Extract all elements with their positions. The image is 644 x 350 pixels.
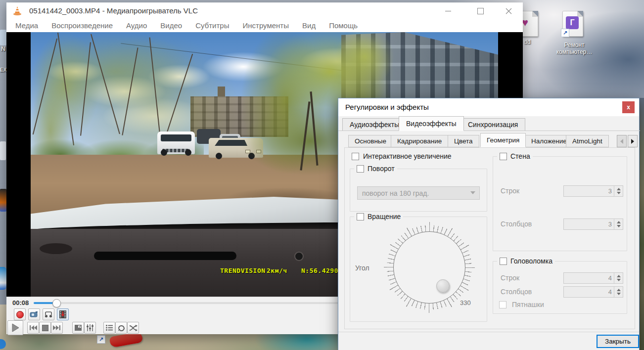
vlc-titlebar[interactable]: 05141442_0003.MP4 - Медиапроигрыватель V… [6,2,523,19]
loop-button[interactable] [115,322,127,334]
tab-synchronization[interactable]: Синхронизация [460,118,525,131]
interactive-zoom-checkbox[interactable] [352,153,359,160]
subtab-atmolight[interactable]: AtmoLight [566,135,609,147]
minimize-button[interactable] [441,5,456,16]
dialog-close-button[interactable]: Закрыть [597,335,639,348]
loop-ab-icon [44,310,53,318]
snapshot-camera-icon [30,310,39,318]
wall-cols-spinner[interactable]: 3 [563,219,623,230]
rotate-group: Поворот поворот на 180 град. [350,169,487,212]
playlist-button[interactable] [103,322,115,334]
elapsed-time: 00:08 [12,299,29,306]
fullscreen-button[interactable] [72,322,84,334]
fifteen-puzzle-label: Пятнашки [512,301,544,308]
desktop-icon-red-ribbon[interactable] [94,332,148,350]
seek-handle[interactable] [52,299,61,307]
window-title: 05141442_0003.MP4 - Медиапроигрыватель V… [29,6,198,15]
loop-ab-button[interactable] [43,308,54,320]
previous-button[interactable] [27,322,39,334]
scroll-right-icon [631,139,635,144]
puzzle-cols-spinner[interactable]: 4 [563,286,623,298]
tab-video-effects[interactable]: Видеоэффекты [399,116,464,131]
playlist-icon [105,324,113,331]
scroll-left-icon [620,139,624,144]
next-button[interactable] [51,322,63,334]
angle-value: 330 [460,299,471,306]
rotate-preset-value: поворот на 180 град. [362,189,429,197]
menu-media[interactable]: Медиа [15,21,38,30]
angle-label: Угол [355,264,369,272]
maximize-button[interactable] [473,5,488,16]
subtab-basic[interactable]: Основные [348,135,393,147]
desktop-edge-icon-fragment[interactable] [0,267,6,290]
stop-icon [42,325,48,331]
shortcut-arrow-icon [561,29,569,37]
subtab-geometry[interactable]: Геометрия [480,133,526,147]
wall-cols-value: 3 [608,220,612,228]
menu-playback[interactable]: Воспроизведение [51,21,113,30]
menu-tools[interactable]: Инструменты [242,21,289,30]
play-button[interactable] [7,320,23,335]
record-button[interactable] [14,308,26,320]
vlc-cone-icon [12,6,22,16]
dialog-footer-divider [338,332,639,332]
rotate-checkbox[interactable] [357,165,364,173]
angle-dial-face[interactable] [393,231,465,304]
wall-group: Стена Строк 3 Столбцов 3 [493,156,627,251]
scene-dash-speaker [40,243,72,254]
menu-audio[interactable]: Аудио [126,21,147,30]
puzzle-rows-label: Строк [501,274,519,282]
frame-by-frame-button[interactable] [57,308,69,320]
desktop-edge-icon-fragment[interactable] [0,189,6,212]
menu-view[interactable]: Вид [302,21,316,30]
menu-help[interactable]: Помощь [329,21,358,30]
snapshot-button[interactable] [28,308,40,320]
desktop-edge-icon-fragment[interactable] [0,30,6,45]
spinner-arrows[interactable] [614,273,623,283]
subtab-scroll-right-button[interactable] [628,135,638,147]
rotate-preset-select[interactable]: поворот на 180 град. [357,186,480,200]
puzzle-rows-value: 4 [608,274,612,282]
shortcut-arrow-icon [97,335,105,344]
dashcam-speed-overlay: 2км/ч [267,267,287,274]
desktop-icon-label: Ремонт компьютер… [547,42,601,55]
spinner-arrows[interactable] [614,219,623,229]
spinner-arrows[interactable] [614,186,623,196]
minimize-icon [445,11,451,11]
effects-button[interactable] [84,322,96,334]
subtab-scroll-left-button[interactable] [617,135,627,147]
shuffle-button[interactable] [127,322,139,334]
desktop-edge-icon-fragment[interactable] [0,141,6,160]
subtab-colors[interactable]: Цвета [448,135,479,147]
frame-step-icon [59,310,67,319]
wall-rows-label: Строк [501,187,519,195]
spinner-arrows[interactable] [614,287,623,297]
rotation-checkbox[interactable] [357,213,364,220]
dashcam-brand-overlay: TRENDVISION [220,267,266,274]
screen: N EX dd Ремонт компьютер… [0,0,644,350]
effects-dialog-close-button[interactable]: x [622,101,635,113]
record-icon [16,311,24,318]
wall-cols-label: Столбцов [501,220,532,228]
menu-video[interactable]: Видео [160,21,182,30]
stop-button[interactable] [39,322,51,334]
wall-rows-spinner[interactable]: 3 [563,185,623,197]
tab-divider [338,131,640,131]
remont-app-icon [566,16,579,29]
rotation-group: Вращение Угол 330 [350,217,487,322]
close-button[interactable] [501,5,516,16]
puzzle-rows-spinner[interactable]: 4 [563,272,623,284]
fifteen-puzzle-checkbox[interactable] [499,301,506,308]
menu-subtitles[interactable]: Субтитры [195,21,229,30]
puzzle-checkbox[interactable] [500,258,507,265]
wall-checkbox[interactable] [500,153,507,160]
angle-dial-knob[interactable] [436,279,450,293]
fullscreen-icon [74,324,82,331]
close-icon [506,8,512,14]
desktop-icon-remont[interactable]: Ремонт компьютер… [560,11,588,58]
puzzle-cols-label: Столбцов [501,288,532,296]
subtab-crop[interactable]: Кадрирование [391,135,448,147]
tab-audio-effects[interactable]: Аудиоэффекты [342,118,407,131]
scene-dash-sensor [294,252,304,261]
loop-icon [117,324,126,332]
